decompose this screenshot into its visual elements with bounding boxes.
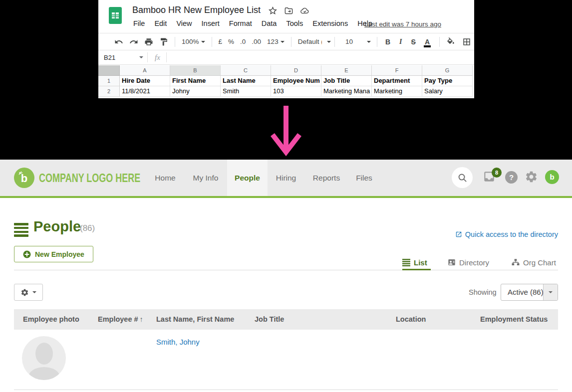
formula-bar-row: B21 fx bbox=[98, 50, 474, 65]
format-currency-button[interactable]: £ bbox=[219, 38, 223, 45]
italic-button[interactable]: I bbox=[399, 38, 402, 46]
more-formats-button[interactable]: 123 bbox=[267, 38, 285, 45]
strikethrough-button[interactable]: S bbox=[411, 38, 416, 46]
sheet-row-1: 1 Hire Date First Name Last Name Employe… bbox=[98, 76, 473, 86]
doc-title[interactable]: Bamboo HR New Employee List bbox=[132, 5, 261, 15]
active-tab-underline bbox=[402, 269, 431, 270]
tab-list[interactable]: List bbox=[402, 255, 427, 270]
col-last-first-name[interactable]: Last Name, First Name bbox=[156, 309, 234, 330]
showing-label: Showing bbox=[469, 288, 497, 296]
menu-tools[interactable]: Tools bbox=[286, 19, 303, 27]
row-header-1[interactable]: 1 bbox=[98, 76, 120, 86]
tab-org-chart[interactable]: Org Chart bbox=[512, 255, 556, 270]
cell-c1[interactable]: Last Name bbox=[221, 76, 271, 86]
logo-mark-icon: b bbox=[14, 168, 34, 188]
menu-data[interactable]: Data bbox=[262, 19, 277, 27]
cell-d1[interactable]: Employee Num bbox=[271, 76, 321, 86]
table-settings-button[interactable] bbox=[14, 284, 43, 301]
tab-directory[interactable]: Directory bbox=[448, 255, 489, 270]
col-header-f[interactable]: F bbox=[372, 65, 422, 76]
table-header: Employee photo Employee #↑ Last Name, Fi… bbox=[14, 309, 558, 330]
nav-files[interactable]: Files bbox=[351, 160, 377, 196]
font-select-caret[interactable] bbox=[327, 41, 331, 43]
col-header-g[interactable]: G bbox=[422, 65, 473, 76]
redo-icon[interactable] bbox=[129, 37, 138, 46]
people-menu-icon[interactable] bbox=[14, 223, 28, 237]
select-all-corner[interactable] bbox=[98, 65, 120, 76]
col-location[interactable]: Location bbox=[396, 309, 426, 330]
down-arrow-icon bbox=[270, 104, 302, 156]
nav-home[interactable]: Home bbox=[151, 160, 180, 196]
cloud-status-icon[interactable] bbox=[300, 6, 309, 15]
new-employee-button[interactable]: New Employee bbox=[14, 246, 93, 262]
app-header: b COMPANY LOGO HERE Home My Info People … bbox=[0, 160, 572, 198]
dropdown-caret bbox=[543, 284, 558, 300]
name-box-caret[interactable] bbox=[139, 56, 143, 58]
cell-a1[interactable]: Hire Date bbox=[120, 76, 170, 86]
nav-my-info[interactable]: My Info bbox=[188, 160, 224, 196]
print-icon[interactable] bbox=[144, 37, 153, 46]
sort-asc-icon: ↑ bbox=[140, 315, 143, 323]
borders-icon[interactable] bbox=[462, 37, 471, 46]
undo-icon[interactable] bbox=[114, 37, 123, 46]
employee-photo-placeholder[interactable] bbox=[22, 336, 66, 380]
col-header-d[interactable]: D bbox=[271, 65, 321, 76]
menu-format[interactable]: Format bbox=[229, 19, 252, 27]
col-header-a[interactable]: A bbox=[120, 65, 170, 76]
col-header-b[interactable]: B bbox=[170, 65, 221, 76]
formula-input[interactable] bbox=[167, 50, 474, 64]
cell-c2[interactable]: Smith bbox=[221, 86, 271, 97]
fill-color-icon[interactable] bbox=[446, 37, 455, 46]
nav-reports[interactable]: Reports bbox=[308, 160, 345, 196]
menu-insert[interactable]: Insert bbox=[202, 19, 220, 27]
column-header-row: A B C D E F G bbox=[98, 65, 473, 76]
decrease-decimal-button[interactable]: .0 bbox=[240, 38, 246, 45]
status-filter-dropdown[interactable]: Active (86) bbox=[501, 284, 558, 301]
cell-d2[interactable]: 103 bbox=[271, 86, 321, 97]
nav-people[interactable]: People bbox=[227, 160, 268, 196]
name-box[interactable]: B21 bbox=[98, 54, 137, 61]
col-header-e[interactable]: E bbox=[321, 65, 372, 76]
font-size-caret[interactable] bbox=[367, 41, 371, 43]
col-employee-number[interactable]: Employee #↑ bbox=[98, 309, 143, 330]
menu-view[interactable]: View bbox=[176, 19, 192, 27]
help-button[interactable]: ? bbox=[505, 171, 518, 184]
cell-f2[interactable]: Marketing bbox=[372, 86, 422, 97]
row-header-2[interactable]: 2 bbox=[98, 86, 120, 97]
cell-e1[interactable]: Job Title bbox=[321, 76, 372, 86]
font-select[interactable]: Default (Ari... bbox=[298, 38, 322, 45]
cell-b2[interactable]: Johny bbox=[170, 86, 221, 97]
cell-g2[interactable]: Salary bbox=[422, 86, 473, 97]
text-color-button[interactable]: A bbox=[425, 38, 430, 46]
settings-gear-icon[interactable] bbox=[525, 170, 538, 184]
cell-e2[interactable]: Marketing Mana bbox=[321, 86, 372, 97]
zoom-select[interactable]: 100% bbox=[182, 38, 205, 45]
col-header-c[interactable]: C bbox=[221, 65, 271, 76]
move-to-folder-icon[interactable] bbox=[284, 6, 293, 15]
search-button[interactable] bbox=[452, 167, 473, 188]
bold-button[interactable]: B bbox=[385, 38, 390, 46]
increase-decimal-button[interactable]: .00 bbox=[252, 38, 261, 45]
star-icon[interactable] bbox=[268, 6, 278, 15]
menu-file[interactable]: File bbox=[133, 19, 145, 27]
menu-extensions[interactable]: Extensions bbox=[312, 19, 348, 27]
last-edit-link[interactable]: Last edit was 7 hours ago bbox=[364, 20, 441, 28]
cell-f1[interactable]: Department bbox=[372, 76, 422, 86]
cell-a2[interactable]: 11/8/2021 bbox=[120, 86, 170, 97]
col-employment-status[interactable]: Employment Status bbox=[480, 309, 548, 330]
quick-access-link[interactable]: Quick access to the directory bbox=[455, 230, 558, 238]
external-link-icon bbox=[455, 231, 462, 238]
user-avatar[interactable]: b bbox=[545, 170, 559, 184]
paint-format-icon[interactable] bbox=[159, 37, 168, 46]
plus-circle-icon bbox=[23, 250, 31, 258]
col-job-title[interactable]: Job Title bbox=[255, 309, 284, 330]
menu-edit[interactable]: Edit bbox=[154, 19, 167, 27]
nav-hiring[interactable]: Hiring bbox=[270, 160, 302, 196]
col-employee-photo[interactable]: Employee photo bbox=[23, 309, 79, 330]
format-percent-button[interactable]: % bbox=[228, 38, 234, 45]
cell-g1[interactable]: Pay Type bbox=[422, 76, 473, 86]
font-size-select[interactable]: 10 bbox=[345, 38, 353, 45]
company-logo[interactable]: b COMPANY LOGO HERE bbox=[14, 168, 174, 188]
cell-b1[interactable]: First Name bbox=[170, 76, 221, 86]
employee-name-link[interactable]: Smith, Johny bbox=[156, 338, 200, 346]
